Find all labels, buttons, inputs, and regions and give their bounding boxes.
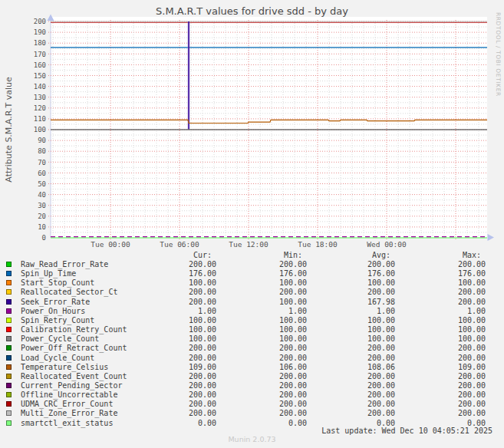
legend-value-max: 200.00 (0, 288, 486, 296)
legend-value-max: 200.00 (0, 260, 486, 268)
legend-value-max: 109.00 (0, 363, 486, 371)
legend-value-max: 100.00 (0, 316, 486, 324)
legend-value-max: 200.00 (0, 390, 486, 399)
legend-row: Power_On_Hours1.001.001.001.00 (0, 307, 504, 316)
legend-row: Raw_Read_Error_Rate200.00200.00200.00200… (0, 260, 504, 269)
legend-row: Start_Stop_Count100.00100.00100.00100.00 (0, 278, 504, 288)
legend-value-max: 1.00 (0, 307, 486, 315)
legend-value-max: 0.00 (0, 419, 486, 427)
munin-version-text: Munin 2.0.73 (0, 435, 504, 443)
legend-value-max: 100.00 (0, 325, 486, 334)
legend-row: Temperature_Celsius109.00106.00108.06109… (0, 363, 504, 372)
legend-row: Power_Off_Retract_Count200.00200.00200.0… (0, 344, 504, 353)
legend-row: Reallocated_Event_Count200.00200.00200.0… (0, 372, 504, 381)
legend-row: Calibration_Retry_Count100.00100.00100.0… (0, 325, 504, 334)
legend-row: UDMA_CRC_Error_Count200.00200.00200.0020… (0, 400, 504, 409)
legend-value-max: 176.00 (0, 269, 486, 278)
legend-value-max: 200.00 (0, 400, 486, 408)
legend-value-max: 200.00 (0, 354, 486, 362)
legend-value-max: 100.00 (0, 334, 486, 343)
legend-row: Spin_Up_Time176.00176.00176.00176.00 (0, 269, 504, 278)
legend-value-max: 200.00 (0, 344, 486, 352)
munin-smart-graph: S.M.A.R.T values for drive sdd - by day … (0, 0, 504, 448)
legend-row: Reallocated_Sector_Ct200.00200.00200.002… (0, 288, 504, 297)
legend-value-max: 200.00 (0, 372, 486, 380)
legend-row: Offline_Uncorrectable200.00200.00200.002… (0, 390, 504, 400)
last-update-text: Last update: Wed Dec 10 04:05:21 2025 (0, 427, 492, 435)
legend-value-max: 200.00 (0, 298, 486, 306)
legend-value-max: 200.00 (0, 409, 486, 417)
legend-row: Multi_Zone_Error_Rate200.00200.00200.002… (0, 409, 504, 418)
legend: Raw_Read_Error_Rate200.00200.00200.00200… (0, 0, 504, 448)
legend-value-max: 200.00 (0, 381, 486, 390)
legend-row: Power_Cycle_Count100.00100.00100.00100.0… (0, 334, 504, 344)
legend-row: Seek_Error_Rate200.00100.00167.98200.00 (0, 298, 504, 307)
legend-row: Current_Pending_Sector200.00200.00200.00… (0, 381, 504, 390)
legend-value-max: 100.00 (0, 278, 486, 287)
legend-row: Load_Cycle_Count200.00200.00200.00200.00 (0, 354, 504, 363)
legend-row: Spin_Retry_Count100.00100.00100.00100.00 (0, 316, 504, 325)
